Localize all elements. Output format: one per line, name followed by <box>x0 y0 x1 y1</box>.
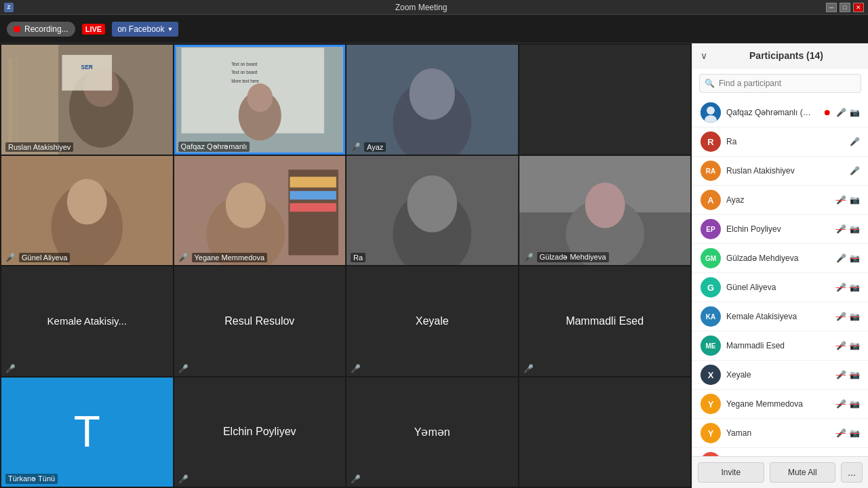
participant-name: Elchin Poyliyev <box>726 224 830 234</box>
ayaz-video-bg <box>347 45 518 155</box>
svg-text:SER: SER <box>81 64 93 70</box>
avatar: R <box>701 131 721 152</box>
live-badge: LIVE <box>82 24 105 35</box>
svg-rect-3 <box>16 58 18 144</box>
participant-controls: 🎤 📷 <box>835 370 860 380</box>
video-cell-resul[interactable]: Resul Resulov 🎤 <box>174 266 346 376</box>
mic-muted-icon: 🎤 <box>835 399 846 409</box>
panel-title: Participants (14) <box>713 50 860 61</box>
ra-name: Ra <box>351 253 366 262</box>
recording-button[interactable]: Recording... <box>7 22 75 37</box>
svg-rect-2 <box>9 58 12 144</box>
video-grid: SER Ruslan Atakishiyev Text on board Tex… <box>0 43 692 488</box>
list-item[interactable]: Y Yegane Memmedova 🎤 📷 <box>692 390 868 419</box>
video-cell-qafqaz[interactable]: Text on board Text on board More text he… <box>174 45 346 155</box>
close-button[interactable]: ✕ <box>853 3 864 12</box>
panel-collapse-button[interactable]: ∨ <box>701 50 707 61</box>
facebook-button[interactable]: on Facebook ▼ <box>112 22 178 37</box>
gulzade-name: Gülzadə Mehdiyeva <box>537 252 609 262</box>
ayaz-name: Ayaz <box>364 142 386 152</box>
search-input[interactable] <box>699 74 861 93</box>
video-cell-ruslan[interactable]: SER Ruslan Atakishiyev <box>1 45 173 155</box>
maximize-button[interactable]: □ <box>840 3 850 12</box>
mammadli-label: Mammadli Esed <box>566 315 644 327</box>
video-muted-icon: 📷 <box>849 399 860 409</box>
turkana-name: Türkanə Tünü <box>5 474 58 484</box>
mic-muted-icon: 🎤 <box>835 283 846 292</box>
mic-on-icon: 🎤 <box>835 253 846 263</box>
avatar: G <box>701 277 721 298</box>
list-item[interactable]: X Xeyale 🎤 📷 <box>692 361 868 390</box>
video-cell-kemale[interactable]: Kemale Atakisiy... 🎤 <box>1 266 173 376</box>
participants-list: Qafqaz Qəhrəmanlı (Host, me) ⏺ 🎤 📷 R Ra … <box>692 98 868 456</box>
video-cell-yaman[interactable]: Yəmən 🎤 <box>347 378 518 487</box>
video-cell-turkana[interactable]: T Türkanə Tünü <box>1 378 173 487</box>
video-cell-mammadli[interactable]: Mammadli Esed 🎤 <box>519 266 691 376</box>
svg-text:Text on board: Text on board <box>231 62 258 66</box>
video-muted-icon: 📷 <box>849 283 860 292</box>
video-muted-icon: 📷 <box>849 341 860 350</box>
list-item[interactable]: RA Ruslan Atakishiyev 🎤 <box>692 157 868 186</box>
video-cell-elchin[interactable]: Elchin Poyliyev 🎤 <box>174 378 346 487</box>
video-cell-xeyale[interactable]: Xeyale 🎤 <box>347 266 518 376</box>
ruslan-video-bg: SER <box>1 45 173 155</box>
list-item[interactable]: A Ayaz 🎤 📷 <box>692 186 868 215</box>
video-cell-gunel[interactable]: 🎤 Günel Aliyeva <box>1 156 173 266</box>
svg-rect-25 <box>290 190 336 199</box>
avatar: X <box>701 365 721 385</box>
gulzade-video-bg <box>519 156 691 266</box>
participant-name: Ayaz <box>726 195 830 205</box>
elchin-mute-icon: 🎤 <box>178 474 189 484</box>
video-cell-ra[interactable]: Ra <box>347 156 518 266</box>
list-item[interactable]: R Ra 🎤 <box>692 127 868 157</box>
list-item[interactable]: EP Elchin Poyliyev 🎤 📷 <box>692 215 868 244</box>
svg-rect-24 <box>290 176 336 187</box>
list-item[interactable]: Y Yaman 🎤 📷 <box>692 419 868 448</box>
mute-all-button[interactable]: Mute All <box>770 462 836 483</box>
yegane-video-bg <box>174 156 346 266</box>
participant-controls: 🎤 📷 <box>835 399 860 409</box>
window-controls[interactable]: ─ □ ✕ <box>826 3 864 12</box>
avatar <box>701 102 721 123</box>
video-cell-gulzade[interactable]: 🎤 Gülzadə Mehdiyeva <box>519 156 691 266</box>
mic-muted-icon: 🎤 <box>835 370 846 380</box>
participant-name: Ra <box>726 137 844 146</box>
mic-muted-icon: 🎤 <box>835 312 846 321</box>
avatar: A <box>701 190 721 210</box>
ruslan-name: Ruslan Atakishiyev <box>5 142 73 152</box>
svg-rect-6 <box>62 55 112 91</box>
ayaz-mute-icon: 🎤 <box>351 142 361 152</box>
svg-point-15 <box>247 83 273 112</box>
video-on-icon: 📷 <box>849 195 860 205</box>
list-item[interactable]: RR Resul Resulov 🎤 📷 <box>692 448 868 456</box>
panel-header: ∨ Participants (14) <box>692 43 868 68</box>
list-item[interactable]: GM Gülzadə Mehdiyeva 🎤 📷 <box>692 244 868 273</box>
participant-name: Mammadli Esed <box>726 341 830 350</box>
avatar: RA <box>701 161 721 181</box>
window-title: Zoom Meeting <box>16 3 826 12</box>
video-cell-ayaz[interactable]: 🎤 Ayaz <box>347 45 518 155</box>
gunel-video-bg <box>1 156 173 266</box>
participant-name: Xeyale <box>726 370 830 380</box>
svg-text:More text here: More text here <box>231 79 259 83</box>
svg-point-28 <box>225 182 265 228</box>
list-item[interactable]: G Günel Aliyeva 🎤 📷 <box>692 273 868 302</box>
recording-indicator <box>14 26 20 33</box>
invite-button[interactable]: Invite <box>698 462 764 483</box>
minimize-button[interactable]: ─ <box>826 3 837 12</box>
more-button[interactable]: ... <box>841 462 863 483</box>
list-item[interactable]: ME Mammadli Esed 🎤 📷 <box>692 331 868 361</box>
mic-on-icon: 🎤 <box>849 137 860 146</box>
list-item[interactable]: Qafqaz Qəhrəmanlı (Host, me) ⏺ 🎤 📷 <box>692 98 868 127</box>
list-item[interactable]: KA Kemale Atakisiyeva 🎤 📷 <box>692 302 868 331</box>
title-bar: Z Zoom Meeting ─ □ ✕ <box>0 0 868 15</box>
gulzade-mute-icon: 🎤 <box>524 253 534 262</box>
avatar: GM <box>701 248 721 268</box>
participant-name: Kemale Atakisiyeva <box>726 312 830 321</box>
video-cell-yegane[interactable]: 🎤 Yegane Memmedova <box>174 156 346 266</box>
resul-label: Resul Resulov <box>224 315 294 327</box>
participant-name: Günel Aliyeva <box>726 283 830 292</box>
participant-name: Ruslan Atakishiyev <box>726 166 844 176</box>
avatar: ME <box>701 336 721 356</box>
video-muted-icon: 📷 <box>849 370 860 380</box>
